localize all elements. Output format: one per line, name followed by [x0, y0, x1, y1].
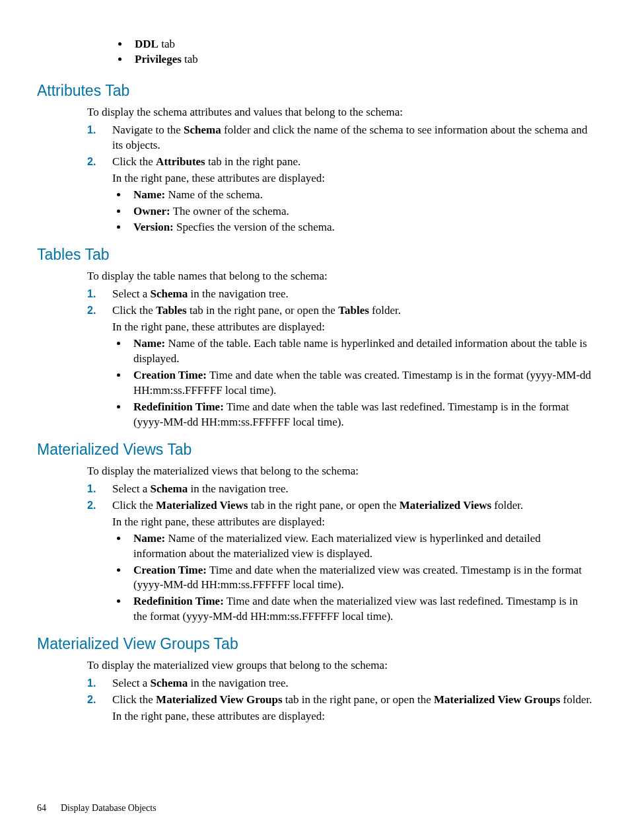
- text: tab: [158, 38, 175, 50]
- text: folder.: [369, 304, 401, 317]
- list-item: Click the Materialized Views tab in the …: [87, 498, 593, 625]
- text: Materialized View Groups: [434, 693, 560, 706]
- text: DDL: [135, 38, 158, 50]
- list-item: DDL tab: [129, 37, 593, 52]
- list-item: Select a Schema in the navigation tree.: [87, 676, 593, 691]
- inner-bullet-list: Name: Name of the materialized view. Eac…: [128, 531, 593, 625]
- list-item: Creation Time: Time and date when the ma…: [128, 563, 593, 593]
- numbered-list: Select a Schema in the navigation tree. …: [87, 676, 593, 724]
- text: tab in the right pane, or open the: [283, 693, 434, 706]
- page-number: 64: [37, 803, 46, 813]
- list-item: Name: Name of the table. Each table name…: [128, 336, 593, 367]
- text: Click the: [112, 304, 156, 317]
- list-item: Click the Attributes tab in the right pa…: [87, 155, 593, 236]
- text: Navigate to the: [112, 124, 184, 136]
- text: In the right pane, these attributes are …: [112, 171, 593, 186]
- text: Schema: [184, 124, 221, 136]
- text: Name of the materialized view. Each mate…: [133, 532, 541, 560]
- heading-tables-tab: Tables Tab: [37, 245, 593, 265]
- text: Click the: [112, 693, 156, 706]
- numbered-list: Navigate to the Schema folder and click …: [87, 123, 593, 236]
- numbered-list: Select a Schema in the navigation tree. …: [87, 287, 593, 430]
- text: folder.: [560, 693, 592, 706]
- text: In the right pane, these attributes are …: [112, 320, 593, 335]
- footer-title: Display Database Objects: [61, 803, 157, 813]
- list-item: Redefinition Time: Time and date when th…: [128, 400, 593, 430]
- text: Tables: [338, 304, 369, 317]
- list-item: Creation Time: Time and date when the ta…: [128, 368, 593, 399]
- text: Specfies the version of the schema.: [174, 221, 335, 233]
- list-item: Click the Materialized View Groups tab i…: [87, 693, 593, 724]
- text: in the navigation tree.: [188, 677, 288, 689]
- intro-text: To display the table names that belong t…: [87, 269, 593, 284]
- text: tab in the right pane, or open the: [187, 304, 338, 317]
- text: Privileges: [135, 53, 182, 65]
- text: Name:: [133, 337, 165, 350]
- text: Version:: [133, 221, 174, 233]
- text: Schema: [151, 677, 188, 689]
- text: Schema: [151, 287, 188, 300]
- text: folder.: [491, 499, 523, 512]
- intro-text: To display the schema attributes and val…: [87, 105, 593, 120]
- list-item: Redefinition Time: Time and date when th…: [128, 594, 593, 625]
- heading-materialized-views-tab: Materialized Views Tab: [37, 439, 593, 460]
- text: Name:: [133, 188, 165, 201]
- numbered-list: Select a Schema in the navigation tree. …: [87, 482, 593, 625]
- text: Creation Time:: [133, 564, 207, 576]
- text: in the navigation tree.: [188, 287, 288, 300]
- text: Redefinition Time:: [133, 595, 224, 607]
- text: Redefinition Time:: [133, 401, 224, 413]
- text: Owner:: [133, 205, 170, 217]
- text: Materialized Views: [156, 499, 248, 512]
- heading-materialized-view-groups-tab: Materialized View Groups Tab: [37, 634, 593, 654]
- list-item: Privileges tab: [129, 52, 593, 67]
- text: Select a: [112, 482, 151, 495]
- text: Click the: [112, 155, 156, 168]
- text: Click the: [112, 499, 156, 512]
- list-item: Select a Schema in the navigation tree.: [87, 287, 593, 302]
- text: tab in the right pane, or open the: [248, 499, 399, 512]
- list-item: Name: Name of the schema.: [128, 188, 593, 203]
- text: Attributes: [156, 155, 205, 168]
- text: Materialized Views: [400, 499, 491, 512]
- text: tab: [182, 53, 198, 65]
- text: Name:: [133, 532, 165, 545]
- text: The owner of the schema.: [170, 205, 289, 217]
- intro-text: To display the materialized views that b…: [87, 464, 593, 479]
- text: Name of the schema.: [165, 188, 263, 201]
- list-item: Owner: The owner of the schema.: [128, 204, 593, 219]
- text: Creation Time:: [133, 369, 207, 381]
- text: Schema: [151, 482, 188, 495]
- inner-bullet-list: Name: Name of the table. Each table name…: [128, 336, 593, 430]
- heading-attributes-tab: Attributes Tab: [37, 81, 593, 101]
- text: In the right pane, these attributes are …: [112, 709, 593, 724]
- text: Materialized View Groups: [156, 693, 282, 706]
- top-bullet-list: DDL tab Privileges tab: [116, 37, 593, 67]
- list-item: Click the Tables tab in the right pane, …: [87, 303, 593, 430]
- text: Select a: [112, 287, 151, 300]
- text: tab in the right pane.: [205, 155, 300, 168]
- text: In the right pane, these attributes are …: [112, 515, 593, 530]
- text: Tables: [156, 304, 187, 317]
- list-item: Select a Schema in the navigation tree.: [87, 482, 593, 497]
- text: in the navigation tree.: [188, 482, 288, 495]
- inner-bullet-list: Name: Name of the schema. Owner: The own…: [128, 188, 593, 236]
- list-item: Version: Specfies the version of the sch…: [128, 220, 593, 235]
- text: Select a: [112, 677, 151, 689]
- intro-text: To display the materialized view groups …: [87, 658, 593, 673]
- list-item: Navigate to the Schema folder and click …: [87, 123, 593, 153]
- footer: 64Display Database Objects: [37, 802, 157, 815]
- list-item: Name: Name of the materialized view. Eac…: [128, 531, 593, 562]
- text: Name of the table. Each table name is hy…: [133, 337, 587, 365]
